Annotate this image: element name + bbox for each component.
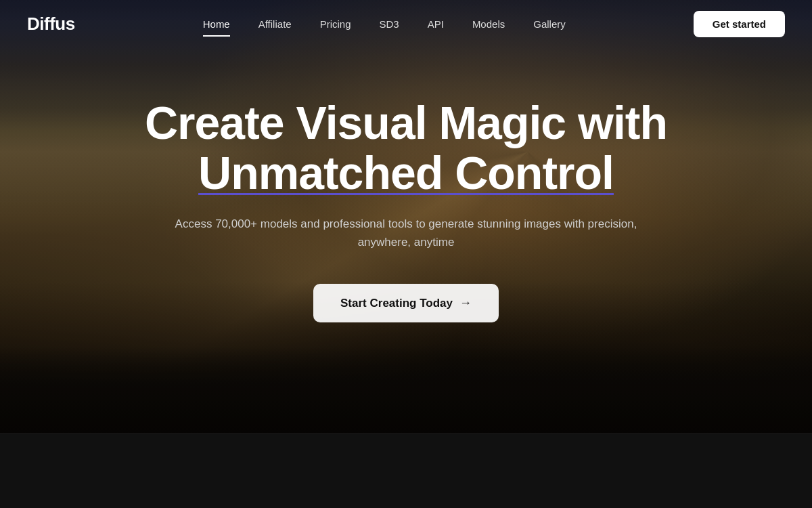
hero-title: Create Visual Magic with Unmatched Contr… <box>145 98 667 199</box>
navbar: Diffus Home Affiliate Pricing SD3 API Mo… <box>0 0 812 47</box>
hero-section: Create Visual Magic with Unmatched Contr… <box>0 0 812 433</box>
cta-button-label: Start Creating Today <box>340 297 453 310</box>
brand-logo[interactable]: Diffus <box>27 14 75 35</box>
nav-link-home[interactable]: Home <box>191 13 242 35</box>
nav-link-gallery[interactable]: Gallery <box>521 13 578 35</box>
arrow-icon: → <box>459 296 472 310</box>
nav-link-affiliate[interactable]: Affiliate <box>246 13 304 35</box>
hero-title-line1: Create Visual Magic with <box>145 97 667 148</box>
nav-link-api[interactable]: API <box>415 13 456 35</box>
nav-link-sd3[interactable]: SD3 <box>367 13 411 35</box>
nav-links: Home Affiliate Pricing SD3 API Models Ga… <box>191 13 578 35</box>
nav-link-models[interactable]: Models <box>460 13 517 35</box>
hero-title-line2: Unmatched Control <box>198 147 614 198</box>
hero-content: Create Visual Magic with Unmatched Contr… <box>118 98 694 323</box>
cta-button[interactable]: Start Creating Today → <box>313 284 499 322</box>
hero-subtitle: Access 70,000+ models and professional t… <box>152 215 660 251</box>
get-started-button[interactable]: Get started <box>694 11 785 37</box>
bottom-section <box>0 433 812 508</box>
nav-link-pricing[interactable]: Pricing <box>308 13 363 35</box>
